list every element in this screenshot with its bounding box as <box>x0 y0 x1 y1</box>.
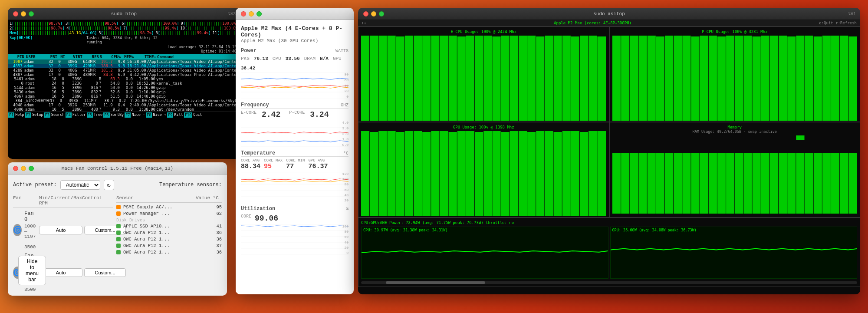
svg-rect-37 <box>483 36 492 121</box>
asitop-title: sudo asitop <box>593 11 625 16</box>
table-row[interactable]: 5430 adam 16 5 389G 832 ? 52.6 0.0 1:10.… <box>8 90 240 94</box>
svg-rect-105 <box>571 131 579 216</box>
gpu-freq-metrics: E-CORE 2.42 P-CORE 3.24 <box>241 110 349 119</box>
gpu-temp-chart: 12010080604020 <box>241 172 349 202</box>
svg-rect-32 <box>440 36 448 121</box>
disk-drives-label: Disk Drives <box>116 218 222 223</box>
ecpu-chart <box>361 36 606 121</box>
sensor-6-name: OWC Aura P12 1... <box>123 250 209 255</box>
svg-rect-97 <box>501 132 510 216</box>
ecpu-bars <box>361 36 606 121</box>
memory-panel: Memory RAM Usage: 49.2/64.0GB - swap ina… <box>609 122 861 217</box>
svg-rect-111 <box>621 153 629 214</box>
svg-rect-36 <box>475 36 483 121</box>
power-pkg-val: 76.13 <box>254 56 268 61</box>
htop-window: sudo htop ⌥⌘3 1[|||||||||||||||98.7%] 3[… <box>8 8 240 159</box>
fan-0-auto-btn[interactable]: Auto <box>39 226 82 234</box>
fan-table-header: Fan Min/Current/Max RPM Control <box>13 195 113 208</box>
core-min-val: 77 <box>286 163 305 170</box>
pcpu-title: P-CPU Usage: 100% @ 3231 Mhz <box>612 30 858 34</box>
htop-meters: 1[|||||||||||||||98.7%] 3[||||||||||||||… <box>8 20 240 54</box>
svg-rect-87 <box>414 131 422 216</box>
gpu-power-axis: 806040200 <box>344 72 349 99</box>
htop-process-header: PID USER PRI NI VIRT RES S CPU% MEM% TIM… <box>8 54 240 59</box>
svg-rect-38 <box>492 36 500 121</box>
svg-rect-56 <box>647 36 655 121</box>
htop-title: sudo htop <box>111 11 137 16</box>
svg-rect-34 <box>457 36 466 121</box>
sensor-2-val: 41 <box>209 224 222 229</box>
svg-rect-130 <box>787 153 796 214</box>
table-row[interactable]: 4048 adam 17 0 392G 253M R 11.9 0.4 2:49… <box>8 103 240 107</box>
sensor-col-name: Sensor <box>116 195 196 201</box>
svg-rect-39 <box>501 36 510 121</box>
htop-maximize-btn[interactable] <box>29 11 34 16</box>
gpu-temp-metrics: CORE AVG 88.34 CORE MAX 95 CORE MIN 77 G… <box>241 158 349 170</box>
svg-rect-31 <box>431 36 439 121</box>
svg-rect-60 <box>682 36 690 121</box>
table-row[interactable]: 1987 adam 32 0 400G 643M R 191.7 9.8 56:… <box>8 59 240 64</box>
table-row[interactable]: 4887 adam 17 0 400G 489M R 84.8 6.9 4:42… <box>8 72 240 77</box>
svg-rect-94 <box>475 132 483 216</box>
fan-traffic-lights <box>13 166 34 171</box>
svg-rect-65 <box>726 36 734 121</box>
fn5-label: Tree <box>93 112 103 118</box>
table-row[interactable]: 4086 adam 16 5 389G 400 ? 9.3 0.0 1:38.0… <box>8 107 240 112</box>
gpu-close-btn[interactable] <box>241 11 246 16</box>
gpu-minimize-btn[interactable] <box>249 11 254 16</box>
svg-rect-59 <box>674 36 682 121</box>
sensor-3-val: 36 <box>209 230 222 235</box>
gpu-avg-item: GPU AVG 76.37 <box>308 158 328 170</box>
core-min-label: CORE MIN <box>286 158 305 163</box>
asitop-minimize-btn[interactable] <box>371 11 376 16</box>
sensor-5-name: OWC Aura P12 1... <box>123 243 209 248</box>
sensor-dot-1 <box>116 211 121 216</box>
ecpu-panel: E-CPU Usage: 100% @ 2424 Mhz <box>358 26 609 122</box>
svg-rect-124 <box>735 153 743 214</box>
table-row[interactable]: 4067 adam 16 5 389G 816 ? 51.5 0.0 14:40… <box>8 94 240 99</box>
gpu-maximize-btn[interactable] <box>256 11 262 16</box>
svg-rect-55 <box>638 36 647 121</box>
fan-minimize-btn[interactable] <box>21 166 26 171</box>
table-row[interactable]: 4289 adam 32 0 400G 471M R 181.2 9.9 31:… <box>8 68 240 72</box>
svg-rect-83 <box>378 131 387 216</box>
gpu-util-header: Utilization % <box>241 206 349 212</box>
htop-close-btn[interactable] <box>13 11 18 16</box>
fan-refresh-btn[interactable]: ↻ <box>104 180 114 190</box>
core-max-label: CORE MAX <box>264 158 283 163</box>
fan-maximize-btn[interactable] <box>29 166 34 171</box>
svg-rect-64 <box>717 36 725 121</box>
gpu-power-label: GPU: 35.60W (avg: 34.08W peak: 36.73W) <box>612 228 697 232</box>
table-row[interactable]: 0 root 24 0 323G 0 ? 54.8 0.0 10:52.00 k… <box>8 81 240 86</box>
temp-unit: °C <box>343 151 349 156</box>
sensor-dot-5 <box>116 244 121 248</box>
svg-rect-99 <box>519 131 527 216</box>
tasks-text: Tasks: 604, 3284 thr, 0 kthr; 12 running <box>86 36 158 44</box>
asitop-chip-title: Apple M2 Max (cores: 4E+8P+30GPU) <box>554 21 631 25</box>
table-row[interactable]: 384 _windowserver 17 0 393G 111M ? 38.7 … <box>8 99 240 103</box>
fan-preset-select[interactable]: Automatic <box>60 180 100 190</box>
asitop-maximize-btn[interactable] <box>379 11 384 16</box>
htop-shortcut: ⌥⌘3 <box>228 11 236 16</box>
svg-rect-40 <box>510 36 518 121</box>
table-row[interactable]: 4857 adam 32 0 399G 429M R 186.5 9.8 18:… <box>8 64 240 68</box>
gpu-traffic-lights <box>241 11 262 16</box>
core-min-item: CORE MIN 77 <box>286 158 305 170</box>
combined-power: CPU+GPU+ANE Power: 72.94W (avg: 71.75W p… <box>361 221 857 225</box>
asitop-scrollbar[interactable] <box>361 281 857 284</box>
ecpu-title: E-CPU Usage: 100% @ 2424 Mhz <box>361 30 606 34</box>
core-max-item: CORE MAX 95 <box>264 158 283 170</box>
table-row[interactable]: 5444 adam 16 5 389G 816 ? 53.0 0.0 14:26… <box>8 86 240 90</box>
fan-0-info: 🌀 Fan 0 1000 — 1197 — 3500 <box>13 211 39 250</box>
asitop-close-btn[interactable] <box>363 11 368 16</box>
gpu-avg-val: 76.37 <box>308 163 328 170</box>
svg-rect-90 <box>440 131 448 216</box>
table-row[interactable]: 5461 adam 18 0 389G R 63.3 0.0 1:05.00 y… <box>8 77 240 81</box>
fan-hide-btn[interactable]: Hide to menu bar <box>18 256 46 285</box>
svg-rect-121 <box>708 153 717 214</box>
gpu-temp-axis: 12010080604020 <box>342 172 349 202</box>
htop-minimize-btn[interactable] <box>21 11 26 16</box>
gpu-usage-chart <box>361 131 606 216</box>
svg-rect-47 <box>571 36 579 121</box>
fan-close-btn[interactable] <box>13 166 18 171</box>
